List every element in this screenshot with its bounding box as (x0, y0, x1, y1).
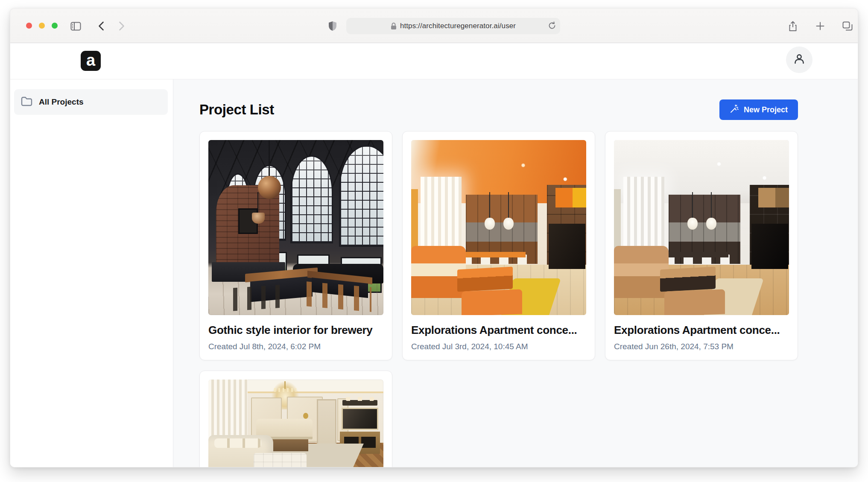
app-header: a (10, 43, 858, 79)
new-project-label: New Project (744, 105, 788, 114)
project-date: Created Jul 8th, 2024, 6:02 PM (208, 342, 383, 351)
forward-button[interactable] (116, 20, 127, 32)
tv-screen (549, 224, 585, 269)
tab-overview-icon[interactable] (842, 20, 853, 32)
privacy-shield-icon[interactable] (327, 20, 338, 32)
url-text: https://architecturegenerator.ai/user (400, 22, 516, 30)
ottoman (254, 453, 307, 467)
zoom-window-button[interactable] (52, 23, 58, 29)
account-button[interactable] (786, 47, 812, 73)
wood-chairs (307, 281, 371, 312)
lock-icon (391, 22, 397, 30)
new-project-button[interactable]: New Project (719, 99, 798, 120)
project-date: Created Jul 3rd, 2024, 10:45 AM (411, 342, 586, 351)
accent-panels (758, 188, 789, 207)
pendant-lamp (258, 176, 281, 199)
browser-toolbar: https://architecturegenerator.ai/user (10, 9, 858, 43)
project-thumbnail (208, 140, 383, 315)
project-title: Explorations Apartment conce... (411, 324, 586, 337)
sidebar: All Projects (10, 79, 173, 467)
sidebar-item-label: All Projects (39, 97, 84, 107)
coffee-table (457, 267, 513, 292)
wall-sconces (342, 400, 377, 406)
address-bar[interactable]: https://architecturegenerator.ai/user (346, 18, 560, 34)
tv-screen (751, 224, 788, 269)
page-header-row: Project List New Project (199, 99, 798, 120)
project-thumbnail (208, 380, 383, 467)
main-content: Project List New Project (173, 79, 858, 467)
new-tab-icon[interactable] (815, 20, 826, 32)
app-logo[interactable]: a (81, 51, 101, 71)
sidebar-toggle-icon[interactable] (70, 20, 81, 32)
browser-window: https://architecturegenerator.ai/user (10, 8, 858, 467)
share-icon[interactable] (787, 20, 798, 32)
project-card[interactable] (199, 371, 392, 467)
app-body: All Projects Project List (10, 79, 858, 467)
refresh-icon[interactable] (548, 21, 556, 30)
folder-icon (21, 96, 32, 108)
project-title: Gothic style interior for brewery (208, 324, 383, 337)
project-grid: Gothic style interior for brewery Create… (199, 131, 798, 467)
ottoman (664, 289, 725, 315)
dining-table (466, 252, 526, 257)
project-card[interactable]: Explorations Apartment conce... Created … (605, 131, 798, 360)
magic-wand-icon (730, 104, 739, 116)
pendant-lamp (485, 218, 495, 230)
bar-stools (233, 284, 289, 311)
close-window-button[interactable] (26, 23, 32, 29)
project-title: Explorations Apartment conce... (614, 324, 789, 337)
project-card[interactable]: Explorations Apartment conce... Created … (402, 131, 595, 360)
dining-table (669, 252, 728, 257)
pendant-lamp (687, 218, 698, 230)
project-thumbnail (614, 140, 789, 315)
back-button[interactable] (96, 20, 107, 32)
person-icon (793, 53, 806, 67)
arch-window (339, 145, 383, 247)
project-thumbnail (411, 140, 586, 315)
pendant-lamp (252, 213, 265, 224)
project-date: Created Jun 26th, 2024, 7:53 PM (614, 342, 789, 351)
minimize-window-button[interactable] (39, 23, 45, 29)
arch-window (290, 155, 333, 243)
pendant-lamp (706, 218, 716, 230)
ottoman (462, 289, 522, 315)
pendant-lamp (503, 218, 514, 230)
wall-art (411, 189, 418, 253)
wall-art (614, 189, 621, 253)
accent-panels (555, 188, 586, 207)
project-card[interactable]: Gothic style interior for brewery Create… (199, 131, 392, 360)
sidebar-item-all-projects[interactable]: All Projects (14, 89, 168, 115)
page-title: Project List (199, 102, 274, 118)
coffee-table (660, 267, 716, 292)
tv-screen (342, 408, 378, 430)
